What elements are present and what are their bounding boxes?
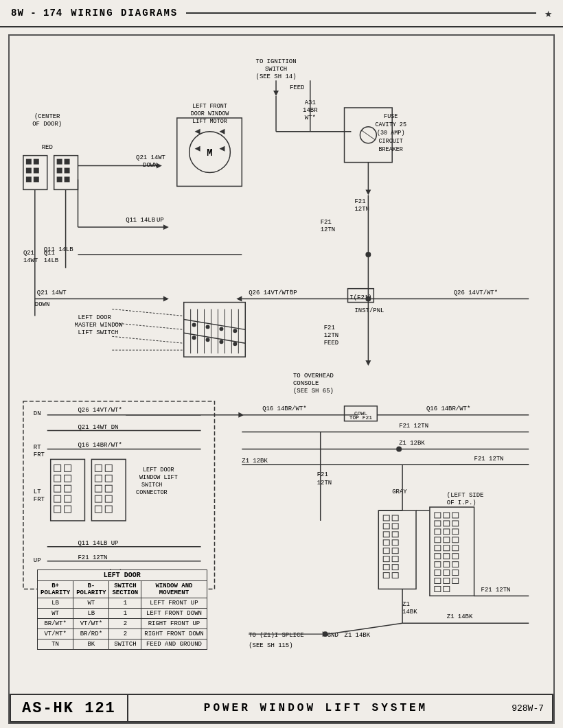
svg-rect-41: [57, 176, 62, 182]
cell-2b: 2: [109, 629, 141, 639]
svg-rect-32: [26, 168, 32, 174]
svg-text:14BK: 14BK: [402, 609, 417, 615]
table-row: BR/WT* VT/WT* 2 RIGHT FRONT UP: [38, 619, 207, 629]
cell-rfup: RIGHT FRONT UP: [141, 619, 207, 629]
svg-text:Z1 14BK: Z1 14BK: [447, 613, 473, 620]
svg-text:Q16 14BR/WT*: Q16 14BR/WT*: [78, 442, 122, 449]
cell-wt: WT: [73, 598, 109, 609]
svg-text:Q21 14WT: Q21 14WT: [37, 290, 67, 296]
star-icon: ★: [544, 5, 552, 21]
cell-vtwt: VT/WT*: [73, 619, 109, 629]
header-divider: [186, 12, 536, 14]
svg-text:BREAKER: BREAKER: [378, 146, 402, 153]
cell-bk: BK: [73, 639, 109, 650]
svg-text:SWITCH: SWITCH: [265, 66, 287, 73]
svg-point-255: [365, 296, 371, 302]
header-title: WIRING DIAGRAMS: [71, 8, 178, 19]
footer-bar: AS-HK 121 POWER WINDOW LIFT SYSTEM 928W-…: [10, 694, 553, 723]
svg-text:(30 AMP): (30 AMP): [377, 130, 405, 137]
svg-point-254: [365, 252, 371, 257]
svg-text:FRT: FRT: [34, 496, 45, 503]
svg-text:FUSE: FUSE: [384, 113, 398, 120]
cell-2a: 2: [109, 619, 141, 629]
svg-text:CONSOLE: CONSOLE: [293, 380, 319, 387]
svg-text:CIRCUIT: CIRCUIT: [378, 138, 402, 145]
svg-text:F21 12TN: F21 12TN: [474, 456, 504, 462]
svg-text:DOWN: DOWN: [35, 301, 49, 308]
svg-text:14WT: 14WT: [23, 257, 38, 264]
svg-text:TOP F21: TOP F21: [349, 414, 373, 421]
col-header-switch: SWITCHSECTION: [109, 581, 141, 598]
svg-rect-37: [57, 159, 62, 165]
svg-text:LIFT SWITCH: LIFT SWITCH: [78, 329, 118, 336]
diagram-ref: 928W-7: [503, 703, 552, 714]
svg-rect-38: [65, 159, 70, 165]
svg-text:Z1 14BK: Z1 14BK: [345, 632, 371, 639]
svg-text:TO (Z1)I SPLICE: TO (Z1)I SPLICE: [249, 632, 303, 639]
svg-text:WINDOW LIFT: WINDOW LIFT: [139, 474, 178, 481]
svg-rect-31: [34, 159, 39, 165]
svg-text:DOWN: DOWN: [143, 162, 157, 169]
svg-text:Q21: Q21: [23, 250, 34, 257]
cell-1a: 1: [109, 598, 141, 609]
svg-text:INST/PNL: INST/PNL: [354, 307, 384, 314]
cell-lfdown: LEFT FRONT DOWN: [141, 609, 207, 619]
cell-feed: FEED AND GROUND: [141, 639, 207, 650]
svg-text:(SEE SH 65): (SEE SH 65): [293, 388, 334, 395]
cell-tn: TN: [38, 639, 73, 650]
svg-text:TO IGNITION: TO IGNITION: [256, 58, 297, 65]
svg-text:TO OVERHEAD: TO OVERHEAD: [293, 373, 334, 379]
col-header-window: WINDOW ANDMOVEMENT: [141, 581, 207, 598]
svg-point-114: [219, 340, 223, 344]
svg-text:F21: F21: [354, 198, 365, 205]
wire-table: LEFT DOOR B+POLARITY B-POLARITY SWITCHSE…: [37, 570, 207, 650]
table-row: TN BK SWITCH FEED AND GROUND: [38, 639, 207, 650]
svg-text:LT: LT: [34, 489, 41, 495]
table-header-row: B+POLARITY B-POLARITY SWITCHSECTION WIND…: [38, 581, 207, 598]
table-title: LEFT DOOR: [38, 570, 207, 581]
table-row: WT LB 1 LEFT FRONT DOWN: [38, 609, 207, 619]
svg-text:GRAY: GRAY: [392, 489, 407, 495]
svg-text:12TN: 12TN: [321, 226, 335, 233]
svg-text:12TN: 12TN: [324, 332, 338, 339]
svg-text:CONNECTOR: CONNECTOR: [136, 489, 168, 496]
svg-text:Q21 14WT DN: Q21 14WT DN: [78, 424, 118, 431]
svg-text:Q26 14VT/WT*: Q26 14VT/WT*: [454, 290, 498, 296]
svg-text:RED: RED: [42, 144, 53, 151]
svg-point-113: [206, 338, 210, 342]
svg-text:12TN: 12TN: [354, 206, 369, 213]
svg-text:OF I.P.): OF I.P.): [447, 500, 476, 506]
svg-text:LEFT FRONT: LEFT FRONT: [192, 103, 227, 110]
svg-text:12TN: 12TN: [317, 480, 332, 486]
table-row: VT/MT* BR/RD* 2 RIGHT FRONT DOWN: [38, 629, 207, 639]
cell-rfdown: RIGHT FRONT DOWN: [141, 629, 207, 639]
svg-text:Z1 12BK: Z1 12BK: [242, 458, 268, 465]
svg-text:DOOR WINDOW: DOOR WINDOW: [191, 110, 230, 117]
svg-point-256: [396, 447, 402, 452]
svg-text:UP: UP: [290, 290, 297, 296]
main-content: TO IGNITION SWITCH (SEE SH 14) FEED A31 …: [0, 27, 563, 728]
svg-point-111: [233, 329, 237, 333]
svg-point-108: [192, 322, 196, 327]
header: 8W - 174 WIRING DIAGRAMS ★: [0, 0, 563, 27]
svg-text:Q21 14WT: Q21 14WT: [136, 154, 166, 161]
svg-point-115: [233, 342, 237, 346]
svg-text:Q11 14LB UP: Q11 14LB UP: [78, 540, 118, 547]
svg-text:RT: RT: [34, 444, 41, 451]
svg-text:F21 12TN: F21 12TN: [399, 423, 428, 430]
svg-text:CAVITY 25: CAVITY 25: [375, 121, 406, 128]
svg-text:LEFT DOOR: LEFT DOOR: [143, 467, 174, 473]
svg-text:UP: UP: [34, 557, 41, 564]
cell-lb2: LB: [73, 609, 109, 619]
svg-text:FRT: FRT: [34, 451, 45, 458]
svg-text:14LB: 14LB: [44, 257, 59, 264]
svg-rect-34: [26, 176, 32, 182]
svg-text:F21: F21: [317, 471, 328, 478]
svg-text:FEED: FEED: [290, 84, 304, 91]
svg-rect-30: [26, 159, 32, 165]
svg-text:OF DOOR): OF DOOR): [32, 121, 62, 128]
svg-text:(LEFT SIDE: (LEFT SIDE: [447, 492, 484, 499]
svg-rect-33: [34, 168, 39, 174]
svg-text:LIFT MOTOR: LIFT MOTOR: [192, 118, 227, 125]
table-row: LB WT 1 LEFT FRONT UP: [38, 598, 207, 609]
